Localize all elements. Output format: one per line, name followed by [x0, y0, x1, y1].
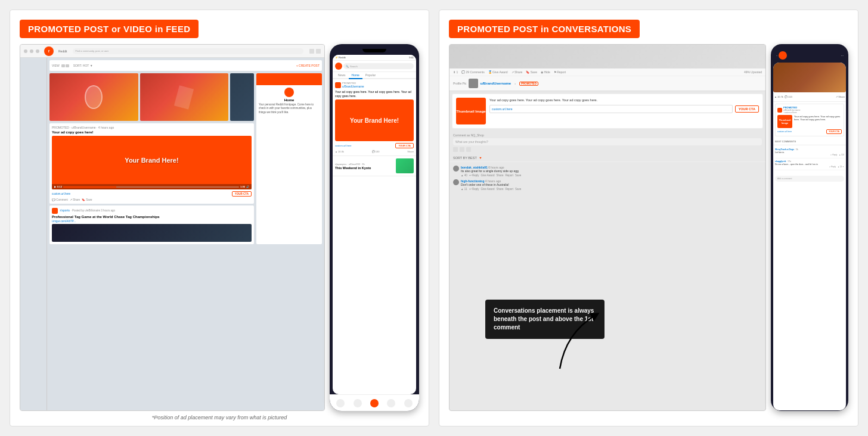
- phone-promoted-label: PROMOTED: [342, 82, 364, 85]
- desktop-promoted-label: PROMOTED · u/BrandUsername · 4 hours ago: [52, 126, 252, 129]
- phone-nav-post[interactable]: [370, 399, 379, 407]
- phone-right-comment-2: skagglyrnk · 57n Do me a favor... open t…: [775, 160, 844, 170]
- organic-post-meta: · Posted by u/eBillionaire 3 hours ago: [70, 209, 115, 212]
- phone-search-bar[interactable]: 🔍 Search: [343, 63, 414, 69]
- right-panel-header: PROMOTED POST in CONVERSATIONS: [449, 20, 640, 38]
- play-icon: ▶: [54, 185, 56, 188]
- conv-cta-button[interactable]: YOUR CTA: [735, 105, 759, 113]
- phone-right-ad-text: Your ad copy goes here. Your ad copy goe…: [794, 115, 842, 121]
- phone-right-cta-row: custom.url.here YOUR CTA: [777, 129, 842, 134]
- phone-nav-communities[interactable]: [354, 399, 362, 407]
- conv-comment-1: bondak_stahkila91 6 hours ago Its also g…: [453, 166, 762, 177]
- phone-right-cta-button[interactable]: YOUR CTA: [826, 129, 842, 134]
- phone-tab-news[interactable]: News: [335, 72, 349, 78]
- phone-mockup-right: ← ··· ▲ 10.7k 💬 113 ↗ Share: [771, 44, 848, 411]
- desktop-cta-button[interactable]: YOUR CTA: [232, 191, 252, 197]
- conv-comment-area: Comment as NQ_Shop What are your thought…: [450, 131, 765, 154]
- give-award: 🏅 Give Award: [488, 70, 508, 74]
- phone-right-thumbnail: Thumbnail Image: [777, 115, 792, 128]
- conv-ad-area: Thumbnail Image Your ad copy goes here. …: [452, 94, 763, 129]
- phone-mockup-left: ⚡ Reddit 9:41 🔍 Search News: [330, 44, 419, 411]
- vote-percent: 49% Upvoted: [744, 70, 762, 74]
- conv-tool-link[interactable]: [466, 147, 471, 152]
- next-post-title: This Weekend in Kyoto: [335, 166, 394, 170]
- organic-post-link: i.imgur.com/A/bTP...: [52, 220, 252, 223]
- widget-header: [256, 73, 322, 85]
- conv-tool-italic[interactable]: [460, 147, 464, 152]
- desktop-cta-url: custom.url.here: [52, 192, 70, 195]
- phone-right-comments: ShinyTrash-n-Dogs · 5k Let him in. ↩ Rep…: [773, 147, 846, 174]
- phone-frame-left: ⚡ Reddit 9:41 🔍 Search News: [330, 44, 419, 411]
- phone-right-header: ← ···: [773, 48, 846, 63]
- conv-header-area: [450, 45, 765, 68]
- comment-1-text-phone: Let him in.: [775, 151, 785, 154]
- phone-right-ad-header: PROMOTED u/BrandUsername › custom.url.he…: [777, 106, 842, 114]
- report-btn[interactable]: ⚑ Report: [554, 70, 566, 74]
- comment-2-text: Don't order one of these in Australia!: [461, 183, 521, 187]
- phone-share[interactable]: Share: [407, 150, 414, 153]
- phone-right-votes: ▲ 10.7k: [774, 95, 783, 98]
- phone-nav-inbox[interactable]: [404, 399, 413, 407]
- add-comment-text: Add a comment: [777, 177, 792, 180]
- desktop-posts-area: PROMOTED · u/BrandUsername · 4 hours ago…: [49, 73, 322, 244]
- footnote: *Position of ad placement may vary from …: [20, 415, 419, 421]
- left-panel-content: r Reddit Find a community, post, or user: [20, 44, 419, 411]
- comments-count: 💬 29 Comments: [461, 70, 485, 74]
- browser-dot-3: [36, 49, 39, 53]
- comment-as-label: Comment as NQ_Shop: [453, 133, 762, 137]
- desktop-sidebar-widget: Home Your personal Reddit frontpage. Com…: [256, 73, 322, 244]
- conv-url-text: custom.url.here: [492, 107, 512, 111]
- comment-1-avatar: [453, 166, 459, 172]
- hide-btn[interactable]: ◉ Hide: [541, 70, 550, 74]
- phone-right-stats: ▲ 10.7k 💬 113 ↗ Share: [773, 94, 846, 99]
- comment-1-actions: ▲ 40 ↩ Reply Give Award Share Report Sav…: [461, 174, 521, 177]
- phone-right-dots[interactable]: ···: [841, 54, 844, 57]
- desktop-promoted-post: PROMOTED · u/BrandUsername · 4 hours ago…: [49, 123, 254, 204]
- phone-cta-row: custom.url.here YOUR CTA: [335, 143, 414, 148]
- organic-post-title: Professional Tag Game at the World Chase…: [52, 215, 252, 219]
- phone-right-share[interactable]: ↗ Share: [836, 95, 845, 98]
- phone-bottom-nav: [330, 394, 419, 411]
- conv-ad-right: Your ad copy goes here. Your ad copy goe…: [489, 98, 759, 124]
- phone-tab-popular[interactable]: Popular: [362, 72, 379, 78]
- comment-votes-1: ▲ 110: [839, 154, 844, 157]
- phone-right-comment-1: ShinyTrash-n-Dogs · 5k Let him in. ↩ Rep…: [775, 148, 844, 158]
- conv-thumbnail: Thumbnail Image: [456, 98, 486, 124]
- search-placeholder: Search: [350, 65, 358, 68]
- phone-notch-left: [362, 49, 386, 52]
- phone-right-add-comment[interactable]: Add a comment: [775, 176, 844, 182]
- phone-right-divider: [773, 101, 846, 102]
- phone-screen-left: ⚡ Reddit 9:41 🔍 Search News: [333, 55, 416, 394]
- phone-reddit-logo: [335, 63, 342, 70]
- left-panel: PROMOTED POST or VIDEO in FEED r Reddit …: [10, 10, 429, 426]
- sort-arrow[interactable]: ▼: [479, 156, 482, 160]
- comment-reply-2[interactable]: ↩ Reply: [829, 166, 836, 169]
- phone-votes: ▲ 10.0k: [335, 150, 344, 153]
- save-action: 🔖 Save: [82, 198, 92, 201]
- sort-label: SORT BY BEST: [453, 156, 477, 160]
- comment-reply-1[interactable]: ↩ Reply: [830, 154, 838, 157]
- desktop-posts-main: PROMOTED · u/BrandUsername · 4 hours ago…: [49, 73, 254, 244]
- conv-sort-bar: SORT BY BEST ▼: [450, 154, 765, 162]
- comment-2-avatar: [453, 179, 459, 185]
- conv-tool-bold[interactable]: [453, 147, 458, 152]
- phone-status-bar: ⚡ Reddit 9:41: [333, 55, 416, 61]
- desktop-left-sidebar: [20, 58, 47, 410]
- conv-comment-tools: [453, 147, 762, 152]
- conv-thumbnail-label: Thumbnail Image: [456, 110, 485, 113]
- phone-nav-chat[interactable]: [387, 399, 395, 407]
- widget-text: Your personal Reddit frontpage. Come her…: [259, 103, 320, 114]
- browser-dot-2: [30, 49, 33, 53]
- phone-right-ad: PROMOTED u/BrandUsername › custom.url.he…: [775, 104, 844, 136]
- phone-right-top-image: [773, 63, 846, 92]
- share-btn[interactable]: ↗ Share: [512, 70, 523, 74]
- save-btn[interactable]: 🔖 Save: [526, 70, 537, 74]
- phone-nav-home[interactable]: [336, 399, 345, 407]
- conv-username: u/BrandUsername: [480, 82, 512, 85]
- conv-comments-list: bondak_stahkila91 6 hours ago Its also g…: [450, 163, 765, 195]
- organic-post-image: [52, 224, 252, 242]
- phone-cta-button[interactable]: YOUR CTA: [395, 143, 414, 148]
- conv-comment-input[interactable]: What are your thoughts?: [453, 138, 762, 145]
- phone-right-comments-label: BEST COMMENTS: [773, 138, 846, 144]
- phone-tab-home[interactable]: Home: [349, 72, 362, 79]
